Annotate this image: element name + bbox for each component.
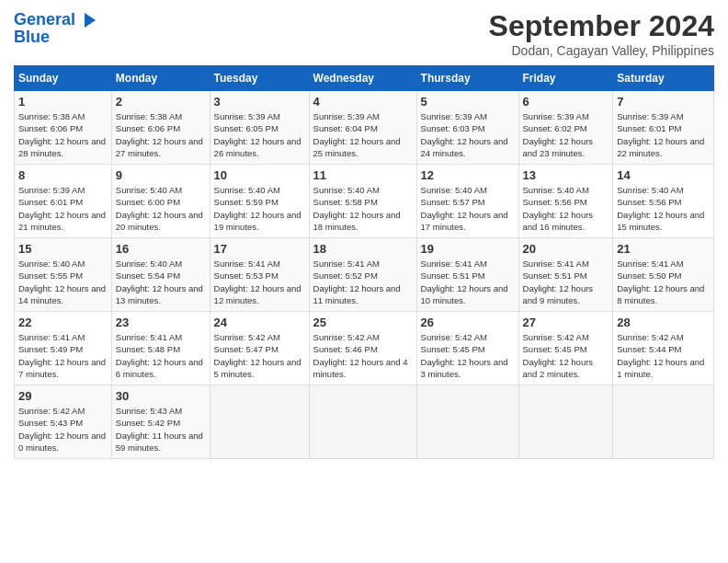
daylight-label: Daylight: 12 hours and 12 minutes. (214, 283, 301, 305)
sunset-label: Sunset: 6:05 PM (214, 123, 279, 133)
calendar-week-row: 22 Sunrise: 5:41 AM Sunset: 5:49 PM Dayl… (15, 312, 714, 385)
calendar-day-cell: 15 Sunrise: 5:40 AM Sunset: 5:55 PM Dayl… (15, 238, 112, 312)
header-sunday: Sunday (15, 66, 112, 91)
day-number: 7 (617, 95, 710, 109)
day-number: 29 (18, 389, 108, 403)
sunrise-label: Sunrise: 5:42 AM (18, 406, 85, 416)
sunrise-label: Sunrise: 5:39 AM (523, 111, 589, 121)
sunset-label: Sunset: 5:45 PM (421, 344, 485, 354)
sunset-label: Sunset: 5:48 PM (116, 344, 180, 354)
day-content: Sunrise: 5:42 AM Sunset: 5:43 PM Dayligh… (18, 405, 108, 454)
daylight-label: Daylight: 12 hours and 7 minutes. (18, 357, 106, 379)
calendar-day-cell: 16 Sunrise: 5:40 AM Sunset: 5:54 PM Dayl… (111, 238, 210, 312)
sunset-label: Sunset: 5:53 PM (214, 270, 279, 281)
daylight-label: Daylight: 12 hours and 1 minute. (617, 357, 704, 379)
day-number: 13 (523, 168, 609, 182)
day-number: 24 (214, 316, 305, 329)
sunrise-label: Sunrise: 5:40 AM (313, 185, 380, 195)
daylight-label: Daylight: 12 hours and 17 minutes. (421, 210, 508, 232)
day-number: 19 (421, 242, 515, 256)
day-number: 22 (18, 316, 108, 329)
svg-marker-0 (85, 13, 96, 28)
sunset-label: Sunset: 5:56 PM (617, 197, 681, 207)
daylight-label: Daylight: 12 hours and 25 minutes. (313, 136, 401, 158)
day-content: Sunrise: 5:42 AM Sunset: 5:44 PM Dayligh… (617, 331, 710, 380)
page-container: General Blue September 2024 Dodan, Cagay… (0, 0, 728, 468)
daylight-label: Daylight: 12 hours and 6 minutes. (116, 357, 203, 379)
empty-cell (210, 385, 309, 459)
day-content: Sunrise: 5:39 AM Sunset: 6:01 PM Dayligh… (617, 110, 710, 159)
day-content: Sunrise: 5:40 AM Sunset: 5:54 PM Dayligh… (116, 258, 206, 306)
calendar-day-cell: 2 Sunrise: 5:38 AM Sunset: 6:06 PM Dayli… (111, 91, 210, 165)
empty-cell (309, 385, 416, 459)
calendar-day-cell: 8 Sunrise: 5:39 AM Sunset: 6:01 PM Dayli… (15, 165, 112, 238)
sunset-label: Sunset: 5:42 PM (116, 418, 180, 428)
calendar-day-cell: 30 Sunrise: 5:43 AM Sunset: 5:42 PM Dayl… (111, 385, 210, 459)
calendar-day-cell: 28 Sunrise: 5:42 AM Sunset: 5:44 PM Dayl… (613, 312, 714, 385)
daylight-label: Daylight: 12 hours and 21 minutes. (18, 210, 106, 232)
empty-cell (416, 385, 518, 459)
calendar-day-cell: 18 Sunrise: 5:41 AM Sunset: 5:52 PM Dayl… (309, 238, 416, 312)
sunset-label: Sunset: 6:04 PM (313, 123, 378, 133)
sunrise-label: Sunrise: 5:40 AM (523, 185, 589, 195)
daylight-label: Daylight: 12 hours and 23 minutes. (523, 136, 594, 158)
sunset-label: Sunset: 5:47 PM (214, 344, 279, 354)
day-number: 5 (421, 95, 515, 109)
day-content: Sunrise: 5:41 AM Sunset: 5:52 PM Dayligh… (313, 258, 413, 306)
daylight-label: Daylight: 12 hours and 8 minutes. (617, 283, 704, 305)
day-content: Sunrise: 5:42 AM Sunset: 5:47 PM Dayligh… (214, 331, 305, 380)
day-content: Sunrise: 5:39 AM Sunset: 6:02 PM Dayligh… (523, 110, 609, 159)
calendar-day-cell: 21 Sunrise: 5:41 AM Sunset: 5:50 PM Dayl… (613, 238, 714, 312)
day-number: 30 (116, 389, 206, 403)
sunset-label: Sunset: 6:00 PM (116, 197, 180, 207)
sunset-label: Sunset: 5:58 PM (313, 197, 378, 207)
sunrise-label: Sunrise: 5:41 AM (523, 259, 589, 269)
day-number: 20 (523, 242, 609, 256)
day-number: 25 (313, 316, 413, 329)
daylight-label: Daylight: 12 hours and 20 minutes. (116, 210, 203, 232)
calendar-header-row: Sunday Monday Tuesday Wednesday Thursday… (15, 66, 714, 91)
daylight-label: Daylight: 12 hours and 19 minutes. (214, 210, 301, 232)
daylight-label: Daylight: 12 hours and 3 minutes. (421, 357, 508, 379)
calendar-day-cell: 29 Sunrise: 5:42 AM Sunset: 5:43 PM Dayl… (15, 385, 112, 459)
day-content: Sunrise: 5:42 AM Sunset: 5:45 PM Dayligh… (421, 331, 515, 380)
daylight-label: Daylight: 12 hours and 24 minutes. (421, 136, 508, 158)
calendar-week-row: 8 Sunrise: 5:39 AM Sunset: 6:01 PM Dayli… (15, 165, 714, 238)
day-content: Sunrise: 5:38 AM Sunset: 6:06 PM Dayligh… (18, 110, 108, 159)
daylight-label: Daylight: 11 hours and 59 minutes. (116, 431, 203, 453)
daylight-label: Daylight: 12 hours and 18 minutes. (313, 210, 401, 232)
header-thursday: Thursday (416, 66, 518, 91)
sunset-label: Sunset: 5:54 PM (116, 270, 180, 281)
day-number: 9 (116, 168, 206, 182)
daylight-label: Daylight: 12 hours and 27 minutes. (116, 136, 203, 158)
calendar-day-cell: 25 Sunrise: 5:42 AM Sunset: 5:46 PM Dayl… (309, 312, 416, 385)
day-content: Sunrise: 5:40 AM Sunset: 5:57 PM Dayligh… (421, 184, 515, 233)
sunrise-label: Sunrise: 5:40 AM (617, 185, 683, 195)
sunset-label: Sunset: 6:01 PM (617, 123, 681, 133)
day-number: 11 (313, 168, 413, 182)
header-friday: Friday (518, 66, 613, 91)
sunrise-label: Sunrise: 5:39 AM (421, 111, 487, 121)
day-content: Sunrise: 5:41 AM Sunset: 5:51 PM Dayligh… (421, 258, 515, 306)
logo-icon (77, 9, 99, 31)
sunrise-label: Sunrise: 5:39 AM (214, 111, 280, 121)
day-number: 6 (523, 95, 609, 109)
sunrise-label: Sunrise: 5:41 AM (421, 259, 487, 269)
sunset-label: Sunset: 6:06 PM (116, 123, 180, 133)
day-number: 16 (116, 242, 206, 256)
calendar-day-cell: 24 Sunrise: 5:42 AM Sunset: 5:47 PM Dayl… (210, 312, 309, 385)
daylight-label: Daylight: 12 hours and 2 minutes. (523, 357, 594, 379)
sunrise-label: Sunrise: 5:40 AM (421, 185, 487, 195)
day-number: 1 (18, 95, 108, 109)
day-content: Sunrise: 5:41 AM Sunset: 5:53 PM Dayligh… (214, 258, 305, 306)
sunrise-label: Sunrise: 5:42 AM (313, 332, 380, 342)
sunrise-label: Sunrise: 5:41 AM (617, 259, 683, 269)
sunrise-label: Sunrise: 5:42 AM (421, 332, 487, 342)
sunset-label: Sunset: 5:49 PM (18, 344, 83, 354)
day-content: Sunrise: 5:40 AM Sunset: 5:55 PM Dayligh… (18, 258, 108, 306)
logo: General Blue (14, 9, 99, 47)
calendar-day-cell: 23 Sunrise: 5:41 AM Sunset: 5:48 PM Dayl… (111, 312, 210, 385)
calendar-day-cell: 11 Sunrise: 5:40 AM Sunset: 5:58 PM Dayl… (309, 165, 416, 238)
day-number: 26 (421, 316, 515, 329)
calendar-week-row: 15 Sunrise: 5:40 AM Sunset: 5:55 PM Dayl… (15, 238, 714, 312)
